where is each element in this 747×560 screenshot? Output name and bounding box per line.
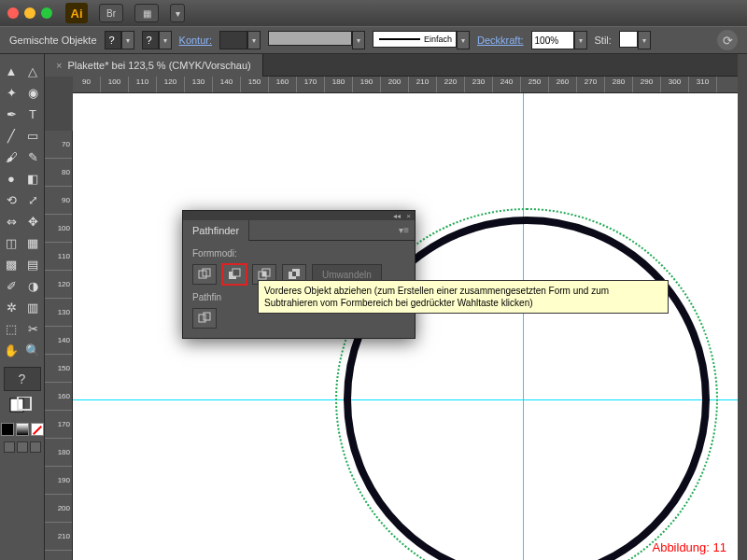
svg-rect-8	[262, 272, 266, 276]
opacity-label[interactable]: Deckkraft:	[477, 35, 524, 46]
ruler-tick: 180	[45, 439, 72, 467]
draw-behind-button[interactable]	[30, 441, 41, 453]
eyedropper-tool[interactable]: ✐	[2, 276, 21, 295]
opacity-input[interactable]: 100%▾	[531, 31, 587, 49]
document-tab[interactable]: × Plakette* bei 123,5 % (CMYK/Vorschau)	[45, 54, 263, 77]
lasso-tool[interactable]: ◉	[23, 83, 42, 102]
perspective-tool[interactable]: ▦	[23, 233, 42, 252]
hand-tool[interactable]: ✋	[2, 341, 21, 359]
rotate-tool[interactable]: ⟲	[2, 190, 21, 209]
symbol-spray-tool[interactable]: ✲	[2, 298, 21, 316]
maximize-icon[interactable]	[41, 7, 52, 19]
toolbox: ▲△✦◉✒T╱▭🖌✎●◧⟲⤢⇔✥◫▦▩▤✐◑✲▥⬚✂✋🔍 ?	[0, 54, 45, 560]
stroke-profile-dropdown[interactable]: ▾	[268, 31, 365, 49]
close-icon[interactable]	[7, 7, 19, 19]
width-tool[interactable]: ⇔	[2, 212, 21, 231]
shape-builder-tool[interactable]: ◫	[2, 233, 21, 252]
fill-dropdown[interactable]: ?▾	[105, 31, 134, 49]
magic-wand-tool[interactable]: ✦	[2, 83, 21, 102]
ruler-tick: 180	[325, 77, 353, 93]
brush-dropdown[interactable]: Einfach▾	[373, 31, 470, 49]
ruler-tick: 130	[185, 77, 213, 93]
direct-selection-tool[interactable]: △	[23, 62, 42, 80]
divide-button[interactable]	[192, 308, 217, 329]
free-transform-tool[interactable]: ✥	[23, 212, 42, 231]
gradient-tool[interactable]: ▤	[23, 255, 42, 273]
ruler-tick: 250	[521, 77, 549, 93]
brush-tool[interactable]: 🖌	[2, 147, 21, 166]
pen-tool[interactable]: ✒	[2, 105, 21, 123]
style-dropdown[interactable]: ▾	[619, 31, 651, 49]
arrange-button[interactable]: ▦	[134, 4, 159, 22]
ruler-tick: 190	[353, 77, 381, 93]
type-tool[interactable]: T	[23, 105, 42, 123]
rectangle-tool[interactable]: ▭	[23, 126, 42, 145]
ruler-tick: 70	[45, 131, 72, 159]
ruler-tick: 220	[437, 77, 465, 93]
ruler-tick: 170	[297, 77, 325, 93]
ruler-vertical[interactable]: 7080901001101201301401501601701801902002…	[45, 131, 73, 560]
panel-header[interactable]: ◂◂ ×	[183, 211, 415, 220]
stroke-label[interactable]: Kontur:	[179, 35, 212, 46]
artboard-tool[interactable]: ⬚	[2, 319, 21, 338]
minimize-icon[interactable]	[24, 7, 35, 19]
line-tool[interactable]: ╱	[2, 126, 21, 145]
unite-button[interactable]	[192, 264, 217, 285]
sync-icon[interactable]: ⟳	[717, 30, 738, 50]
color-gradient-icon[interactable]	[16, 423, 29, 436]
zoom-tool[interactable]: 🔍	[23, 341, 42, 359]
eraser-tool[interactable]: ◧	[23, 169, 42, 188]
blob-tool[interactable]: ●	[2, 169, 21, 188]
ruler-tick: 240	[493, 77, 521, 93]
ruler-tick: 100	[101, 77, 129, 93]
pencil-tool[interactable]: ✎	[23, 147, 42, 166]
svg-rect-12	[199, 315, 205, 322]
bridge-button[interactable]: Br	[99, 4, 123, 22]
ruler-tick: 100	[45, 215, 72, 243]
collapse-icon[interactable]: ◂◂	[393, 212, 401, 220]
app-logo: Ai	[65, 3, 88, 23]
slice-tool[interactable]: ✂	[23, 319, 42, 338]
figure-caption: Abbildung: 11	[652, 540, 726, 554]
ruler-tick: 150	[241, 77, 269, 93]
pathfinder-panel[interactable]: ◂◂ × Pathfinder ▾≡ Formmodi: Umwandeln P…	[182, 210, 416, 339]
document-tabs: × Plakette* bei 123,5 % (CMYK/Vorschau)	[45, 54, 738, 77]
panel-menu-icon[interactable]: ▾≡	[399, 225, 409, 235]
tooltip: Vorderes Objekt abziehen (zum Erstellen …	[258, 280, 669, 314]
draw-mode-button[interactable]	[17, 441, 28, 453]
dropdown-icon[interactable]: ▾	[170, 4, 185, 22]
ruler-tick: 110	[45, 243, 72, 271]
ruler-tick: 170	[45, 411, 72, 439]
stroke-dropdown[interactable]: ?▾	[142, 31, 172, 49]
tab-close-icon[interactable]: ×	[56, 60, 62, 71]
ruler-tick: 270	[577, 77, 605, 93]
minus-front-button[interactable]	[222, 264, 247, 285]
svg-rect-13	[204, 313, 210, 320]
ruler-tick: 200	[381, 77, 409, 93]
scale-tool[interactable]: ⤢	[23, 190, 42, 209]
ruler-tick: 280	[605, 77, 633, 93]
ruler-tick: 300	[661, 77, 689, 93]
ruler-tick: 140	[213, 77, 241, 93]
selection-tool[interactable]: ▲	[2, 62, 21, 80]
ruler-horizontal[interactable]: 9010011012013014015016017018019020021022…	[73, 77, 738, 93]
svg-rect-11	[292, 272, 296, 276]
screen-mode-button[interactable]	[4, 441, 15, 453]
selection-type-label: Gemischte Objekte	[9, 35, 97, 46]
svg-rect-5	[233, 269, 240, 276]
fill-stroke-swap-icon[interactable]	[8, 397, 36, 413]
color-none-icon[interactable]	[31, 423, 44, 436]
panel-dock[interactable]	[738, 54, 747, 560]
mesh-tool[interactable]: ▩	[2, 255, 21, 273]
stroke-weight-dropdown[interactable]: ▾	[219, 31, 261, 49]
style-label: Stil:	[595, 35, 612, 46]
panel-close-icon[interactable]: ×	[406, 212, 411, 220]
column-graph-tool[interactable]: ▥	[23, 298, 42, 316]
color-mode-row	[1, 423, 44, 436]
ruler-tick: 140	[45, 327, 72, 355]
pathfinder-tab[interactable]: Pathfinder	[183, 220, 249, 241]
color-solid-icon[interactable]	[1, 423, 14, 436]
document-title: Plakette* bei 123,5 % (CMYK/Vorschau)	[67, 60, 250, 71]
blend-tool[interactable]: ◑	[23, 276, 42, 295]
tool-help-button[interactable]: ?	[4, 367, 41, 391]
